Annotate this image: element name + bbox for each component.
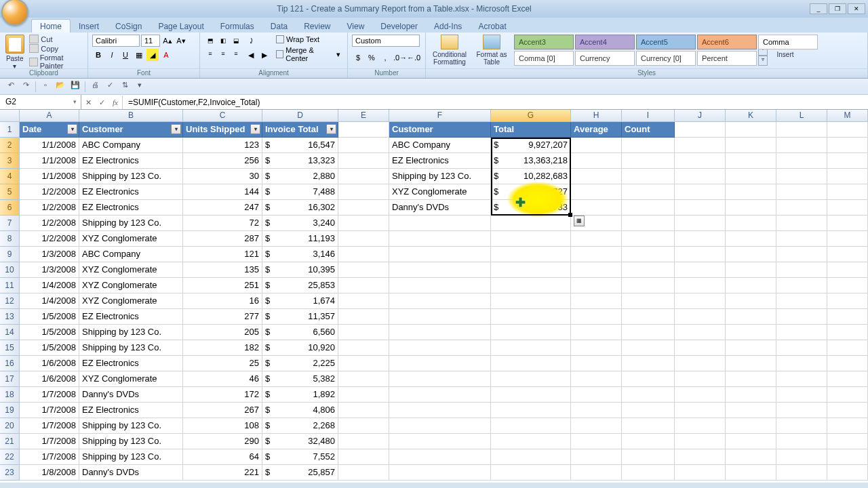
cell[interactable]: 1/4/2008	[20, 293, 79, 309]
cell[interactable]	[827, 278, 868, 293]
cell[interactable]	[491, 216, 571, 231]
cell[interactable]	[622, 309, 675, 325]
cell[interactable]	[675, 449, 726, 465]
row-header-10[interactable]: 10	[0, 262, 20, 278]
cell[interactable]	[726, 184, 776, 200]
col-header-F[interactable]: F	[389, 110, 491, 122]
style-currency[interactable]: Currency	[575, 51, 635, 66]
cell[interactable]: Shipping by 123 Co.	[79, 434, 183, 449]
cell[interactable]	[776, 434, 827, 449]
cell[interactable]	[675, 387, 726, 403]
cell[interactable]	[622, 184, 675, 200]
cell[interactable]: 1/2/2008	[20, 216, 79, 231]
cell[interactable]: $7,488	[262, 184, 338, 200]
undo-button[interactable]: ↶	[4, 81, 18, 93]
cell[interactable]: 1/2/2008	[20, 184, 79, 200]
cell[interactable]: 108	[183, 418, 262, 434]
cell[interactable]: 30	[183, 169, 262, 184]
cell[interactable]	[491, 340, 571, 356]
redo-button[interactable]: ↷	[19, 81, 33, 93]
style-percent[interactable]: Percent	[697, 51, 757, 66]
cell[interactable]	[571, 262, 622, 278]
cell[interactable]	[338, 138, 389, 153]
style-accent6[interactable]: Accent6	[697, 35, 757, 49]
cell[interactable]	[622, 200, 675, 216]
cell[interactable]	[675, 371, 726, 387]
cell[interactable]: 121	[183, 247, 262, 262]
cell[interactable]	[338, 434, 389, 449]
row-header-11[interactable]: 11	[0, 278, 20, 293]
cell[interactable]	[491, 356, 571, 371]
cell[interactable]	[776, 122, 827, 138]
font-name-combo[interactable]: Calibri	[92, 35, 140, 47]
filter-button[interactable]: ▾	[326, 124, 336, 134]
cell[interactable]	[675, 153, 726, 169]
cell[interactable]	[389, 371, 491, 387]
cell[interactable]: 205	[183, 325, 262, 340]
cell[interactable]	[622, 371, 675, 387]
decrease-decimal-button[interactable]: ←.0	[406, 52, 418, 64]
cell[interactable]: EZ Electronics	[79, 200, 183, 216]
cell[interactable]	[622, 262, 675, 278]
border-button[interactable]: ▦	[133, 49, 145, 61]
cell[interactable]: $2,268	[262, 418, 338, 434]
cell[interactable]: $9,286,733	[491, 200, 571, 216]
filter-button[interactable]: ▾	[250, 124, 260, 134]
cell[interactable]	[389, 340, 491, 356]
row-header-9[interactable]: 9	[0, 247, 20, 262]
number-format-combo[interactable]: Custom	[352, 35, 420, 47]
cell[interactable]	[338, 418, 389, 434]
cell[interactable]: Danny's DVDs	[389, 200, 491, 216]
enter-formula-button[interactable]: ✓	[95, 96, 108, 109]
orientation-button[interactable]: ⤸	[245, 35, 257, 47]
cells-area[interactable]: Date▾Customer▾Units Shipped▾Invoice Tota…	[20, 122, 868, 481]
save-button[interactable]: 💾	[68, 81, 82, 93]
cell[interactable]	[389, 387, 491, 403]
cell[interactable]	[827, 216, 868, 231]
cell[interactable]	[389, 449, 491, 465]
format-painter-button[interactable]: Format Painter	[28, 54, 83, 70]
cell[interactable]: ABC Company	[79, 247, 183, 262]
cell[interactable]	[776, 356, 827, 371]
cell[interactable]	[776, 231, 827, 247]
cell[interactable]: 1/3/2008	[20, 262, 79, 278]
style-comma[interactable]: Comma	[758, 35, 818, 49]
cell[interactable]	[491, 309, 571, 325]
cell[interactable]: Shipping by 123 Co.	[389, 169, 491, 184]
cell[interactable]: Shipping by 123 Co.	[79, 340, 183, 356]
cell[interactable]: 247	[183, 200, 262, 216]
cell[interactable]: 267	[183, 403, 262, 418]
tab-view[interactable]: View	[339, 20, 373, 33]
insert-function-button[interactable]: fx	[108, 96, 122, 109]
cell[interactable]	[726, 247, 776, 262]
align-bottom-button[interactable]: ⬓	[230, 35, 242, 47]
cell[interactable]	[389, 418, 491, 434]
row-header-23[interactable]: 23	[0, 465, 20, 481]
grow-font-button[interactable]: A▴	[161, 35, 174, 47]
autofill-options-button[interactable]: ▦	[574, 216, 585, 226]
cell[interactable]	[389, 403, 491, 418]
cell[interactable]: Total	[491, 122, 571, 138]
tab-add-ins[interactable]: Add-Ins	[426, 20, 470, 33]
dropdown-button[interactable]: ▾	[133, 81, 146, 93]
cell[interactable]	[389, 262, 491, 278]
cell[interactable]	[571, 371, 622, 387]
cell[interactable]	[726, 262, 776, 278]
row-header-22[interactable]: 22	[0, 449, 20, 465]
cell[interactable]: 1/7/2008	[20, 403, 79, 418]
cell[interactable]: 1/7/2008	[20, 449, 79, 465]
cell[interactable]	[571, 231, 622, 247]
cell[interactable]	[726, 231, 776, 247]
cell[interactable]	[776, 169, 827, 184]
new-button[interactable]: ▫	[39, 81, 52, 93]
cell[interactable]	[776, 340, 827, 356]
cell[interactable]	[827, 387, 868, 403]
cell[interactable]	[726, 449, 776, 465]
row-header-15[interactable]: 15	[0, 340, 20, 356]
cell[interactable]: XYZ Conglomerate	[79, 293, 183, 309]
cell[interactable]: XYZ Conglomerate	[79, 278, 183, 293]
cell[interactable]	[491, 247, 571, 262]
cell[interactable]	[491, 278, 571, 293]
cell[interactable]	[675, 138, 726, 153]
increase-indent-button[interactable]: ▶	[258, 49, 271, 61]
